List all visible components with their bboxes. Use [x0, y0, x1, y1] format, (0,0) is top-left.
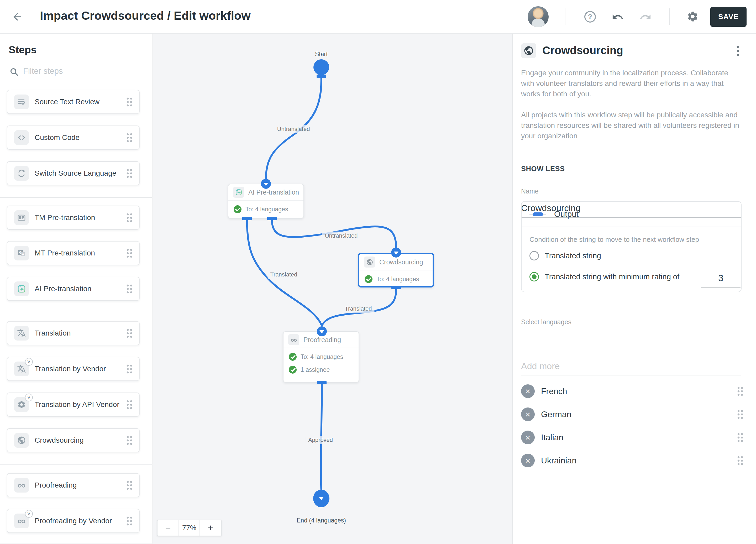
toolbar-divider — [669, 8, 670, 25]
ai-sparkle-icon — [233, 187, 244, 198]
radio-icon[interactable] — [529, 251, 539, 260]
connector-stub[interactable] — [267, 217, 277, 220]
glasses-icon: V — [14, 514, 29, 528]
drag-handle[interactable] — [126, 248, 133, 258]
sidebar-item-ai-pretranslation[interactable]: AI Pre-translation — [7, 277, 140, 301]
radio-option-minimum-rating[interactable]: Translated string with minimum rating of — [529, 272, 679, 281]
sidebar-group-divider — [0, 543, 153, 543]
workflow-canvas[interactable]: Start End (4 languages) AI Pre-translati… — [153, 34, 512, 544]
edge-label: Translated — [342, 305, 374, 313]
drag-handle[interactable] — [737, 386, 744, 396]
add-language-input[interactable] — [521, 357, 741, 375]
drag-handle[interactable] — [126, 133, 133, 143]
steps-sidebar: Steps Source Text Review Custom Code Swi… — [0, 34, 153, 544]
glasses-icon — [288, 334, 299, 345]
sidebar-item-proofreading-by-vendor[interactable]: V Proofreading by Vendor — [7, 509, 140, 533]
translate-icon — [14, 326, 29, 341]
sidebar-item-source-text-review[interactable]: Source Text Review — [7, 90, 140, 114]
sidebar-item-translation-by-api-vendor[interactable]: V Translation by API Vendor — [7, 393, 140, 417]
drag-handle[interactable] — [126, 480, 133, 490]
drag-handle[interactable] — [126, 435, 133, 446]
sidebar-item-proofreading[interactable]: Proofreading — [7, 473, 140, 497]
output-title: Output — [554, 210, 579, 219]
drag-handle[interactable] — [126, 516, 133, 526]
filter-steps-field — [0, 65, 153, 83]
drag-handle[interactable] — [126, 364, 133, 374]
check-icon — [289, 366, 297, 374]
edge-arrow — [391, 248, 401, 258]
remove-language-icon[interactable]: × — [521, 431, 535, 444]
node-crowdsourcing[interactable]: Crowdsourcing To: 4 languages — [358, 253, 434, 287]
start-connector-stub[interactable] — [317, 75, 326, 78]
show-less-link[interactable]: SHOW LESS — [521, 165, 565, 173]
back-arrow-icon[interactable] — [12, 11, 23, 23]
drag-handle[interactable] — [126, 400, 133, 410]
check-icon — [365, 275, 372, 283]
search-icon — [9, 67, 19, 77]
switch-arrows-icon — [14, 166, 29, 181]
zoom-control: − 77% + — [157, 520, 222, 536]
globe-icon — [521, 43, 536, 58]
sidebar-item-custom-code[interactable]: Custom Code — [7, 125, 140, 150]
remove-language-icon[interactable]: × — [521, 454, 535, 467]
sidebar-title: Steps — [9, 44, 36, 56]
connector-stub[interactable] — [391, 286, 401, 289]
drag-handle[interactable] — [126, 328, 133, 338]
filter-steps-input[interactable] — [23, 65, 140, 78]
translate-icon: V — [14, 362, 29, 376]
top-bar: Impact Crowdsourced / Edit workflow ? SA… — [0, 0, 756, 34]
output-connector-icon — [529, 212, 546, 216]
gear-icon[interactable] — [687, 11, 699, 23]
undo-icon[interactable] — [612, 11, 624, 23]
drag-handle[interactable] — [737, 456, 744, 466]
drag-handle[interactable] — [737, 409, 744, 420]
step-description-1: Engage your community in the localizatio… — [521, 68, 741, 99]
remove-language-icon[interactable]: × — [521, 407, 535, 421]
zoom-out-button[interactable]: − — [157, 520, 179, 536]
sidebar-group-divider — [0, 464, 153, 465]
edge-label: Approved — [306, 436, 335, 444]
name-field-label: Name — [521, 187, 539, 195]
radio-selected-icon[interactable] — [529, 272, 539, 281]
language-row-italian: × Italian — [521, 430, 744, 445]
end-node[interactable] — [313, 490, 329, 507]
sidebar-item-switch-source-language[interactable]: Switch Source Language — [7, 161, 140, 185]
drag-handle[interactable] — [126, 168, 133, 179]
drag-handle[interactable] — [737, 432, 744, 443]
check-icon — [289, 353, 297, 361]
drag-handle[interactable] — [126, 213, 133, 223]
remove-language-icon[interactable]: × — [521, 384, 535, 398]
zoom-in-button[interactable]: + — [200, 520, 221, 536]
ai-sparkle-icon — [14, 281, 29, 296]
redo-icon[interactable] — [639, 11, 652, 23]
start-node[interactable] — [313, 59, 329, 75]
svg-text:A: A — [22, 252, 24, 256]
page-title: Impact Crowdsourced / Edit workflow — [40, 9, 251, 23]
node-ai-pretranslation[interactable]: AI Pre-translation To: 4 languages — [228, 184, 304, 218]
drag-handle[interactable] — [126, 97, 133, 107]
step-description-2: All projects with this workflow step wil… — [521, 110, 741, 141]
drag-handle[interactable] — [126, 284, 133, 294]
save-button[interactable]: SAVE — [710, 7, 747, 27]
sidebar-item-translation[interactable]: Translation — [7, 321, 140, 345]
kebab-menu-icon[interactable] — [737, 45, 739, 57]
panel-title: Crowdsourcing — [542, 44, 623, 57]
check-icon — [234, 205, 241, 213]
minimum-rating-input[interactable] — [701, 269, 741, 288]
avatar[interactable] — [528, 6, 549, 27]
gear-icon: V — [14, 397, 29, 412]
node-proofreading[interactable]: Proofreading To: 4 languages 1 assignee — [283, 331, 359, 383]
connector-stub[interactable] — [317, 381, 327, 384]
edge-label: Translated — [267, 270, 300, 279]
sidebar-item-tm-pretranslation[interactable]: TM Pre-translation — [7, 206, 140, 230]
radio-option-translated-string[interactable]: Translated string — [529, 251, 601, 260]
step-inspector-panel: Crowdsourcing Engage your community in t… — [512, 34, 756, 544]
help-icon[interactable]: ? — [584, 11, 596, 23]
source-text-review-icon — [14, 95, 29, 109]
sidebar-item-crowdsourcing[interactable]: Crowdsourcing — [7, 428, 140, 452]
connector-stub[interactable] — [242, 217, 252, 220]
sidebar-item-translation-by-vendor[interactable]: V Translation by Vendor — [7, 357, 140, 381]
sidebar-group-divider — [0, 197, 153, 198]
workflow-edges — [153, 34, 512, 544]
sidebar-item-mt-pretranslation[interactable]: GA MT Pre-translation — [7, 241, 140, 265]
